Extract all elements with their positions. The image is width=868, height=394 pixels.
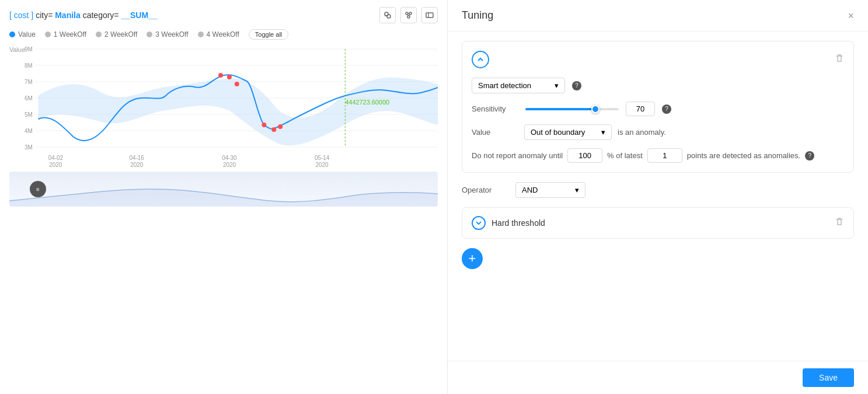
detection-type-help-icon[interactable]: ? xyxy=(572,81,581,90)
legend-dot-value xyxy=(9,32,15,37)
out-of-boundary-dropdown[interactable]: Out of boundary ▾ xyxy=(524,124,612,140)
delete-hard-threshold-button[interactable] xyxy=(835,217,844,229)
svg-text:9M: 9M xyxy=(25,46,33,53)
legend-3weekoff: 3 WeekOff xyxy=(147,30,188,39)
tuning-body: Smart detection ▾ ? Sensitivity ? Value xyxy=(448,32,868,361)
chart-icon-1[interactable] xyxy=(379,7,396,23)
title-cat-value: __SUM__ xyxy=(121,11,157,20)
trash-icon-2 xyxy=(835,217,844,226)
chart-area: [ cost ] city= Manila category= __SUM__ xyxy=(0,0,448,394)
hard-threshold-card: Hard threshold xyxy=(462,207,854,239)
toggle-all-button[interactable]: Toggle all xyxy=(249,29,288,40)
title-bracket: [ cost ] xyxy=(9,11,33,20)
minimap-icon: ≡ xyxy=(36,186,40,193)
slider-thumb[interactable] xyxy=(591,105,599,113)
anomaly-point-1 xyxy=(218,73,223,78)
svg-point-1 xyxy=(387,15,391,18)
add-icon: + xyxy=(469,251,476,266)
svg-text:04-30: 04-30 xyxy=(222,155,237,161)
operator-label: Operator xyxy=(462,186,508,194)
svg-text:5M: 5M xyxy=(25,111,33,118)
svg-text:8M: 8M xyxy=(25,62,33,69)
report-help-icon[interactable]: ? xyxy=(805,151,814,161)
chart-header: [ cost ] city= Manila category= __SUM__ xyxy=(0,0,447,26)
chevron-down-icon-3: ▾ xyxy=(575,186,579,194)
legend-dot-1weekoff xyxy=(45,32,51,37)
close-button[interactable]: × xyxy=(848,11,854,21)
legend-dot-4weekoff xyxy=(198,32,204,37)
report-percent-sign: % of latest xyxy=(607,151,643,160)
chart-icon-3[interactable] xyxy=(421,7,438,23)
chevron-down-icon-4 xyxy=(476,220,482,226)
legend-1weekoff-label: 1 WeekOff xyxy=(54,30,86,39)
chart-icon-2[interactable] xyxy=(400,7,417,23)
operator-dropdown[interactable]: AND ▾ xyxy=(515,182,585,198)
svg-text:4M: 4M xyxy=(25,128,33,134)
hard-threshold-header: Hard threshold xyxy=(472,216,844,230)
y-axis-label: Value xyxy=(9,46,25,53)
chevron-down-icon-2: ▾ xyxy=(601,128,605,137)
legend-dot-3weekoff xyxy=(147,32,152,37)
hard-threshold-left: Hard threshold xyxy=(472,216,545,230)
tuning-header: Tuning × xyxy=(448,0,868,32)
svg-text:6M: 6M xyxy=(25,95,33,102)
chart-svg: 9M 8M 7M 6M 5M 4M 3M 4442723.60000 04-02 xyxy=(9,43,438,172)
svg-text:2020: 2020 xyxy=(49,162,62,168)
chart-body: Value 9M 8M 7M 6M 5M 4M 3M xyxy=(0,43,447,172)
slider-track xyxy=(525,108,619,110)
detection-type-row: Smart detection ▾ ? xyxy=(472,78,844,93)
anomaly-point-2 xyxy=(227,75,232,79)
add-condition-button[interactable]: + xyxy=(462,248,483,269)
chevron-down-icon: ▾ xyxy=(555,81,559,90)
minimap-handle[interactable]: ≡ xyxy=(30,181,46,197)
sensitivity-input[interactable] xyxy=(626,102,655,116)
detection-type-value: Smart detection xyxy=(478,81,531,90)
chart-title: [ cost ] city= Manila category= __SUM__ xyxy=(9,11,158,20)
title-city-value: Manila xyxy=(55,11,81,20)
title-cat-label: category= xyxy=(83,11,119,20)
svg-text:05-14: 05-14 xyxy=(315,155,330,161)
svg-text:2020: 2020 xyxy=(316,162,329,168)
legend-2weekoff: 2 WeekOff xyxy=(96,30,137,39)
tuning-footer: Save xyxy=(448,361,868,394)
legend-4weekoff-label: 4 WeekOff xyxy=(207,30,239,39)
anomaly-point-3 xyxy=(235,82,239,86)
chart-legend: Value 1 WeekOff 2 WeekOff 3 WeekOff 4 We… xyxy=(0,26,447,43)
svg-text:2020: 2020 xyxy=(223,162,236,168)
report-points-input[interactable] xyxy=(647,148,682,163)
legend-2weekoff-label: 2 WeekOff xyxy=(104,30,137,39)
svg-text:7M: 7M xyxy=(25,79,33,85)
card-header-row xyxy=(472,51,844,68)
legend-3weekoff-label: 3 WeekOff xyxy=(155,30,188,39)
tuning-title: Tuning xyxy=(462,9,493,22)
svg-text:04-02: 04-02 xyxy=(48,155,64,161)
expand-button[interactable] xyxy=(472,51,489,68)
report-text-after: points are detected as anomalies. xyxy=(687,151,800,160)
trash-icon xyxy=(835,54,844,63)
report-text-before: Do not report anomaly until xyxy=(472,151,563,160)
report-percentage-input[interactable] xyxy=(567,148,602,163)
hard-threshold-title: Hard threshold xyxy=(491,218,545,228)
chevron-up-icon xyxy=(477,56,484,63)
legend-dot-2weekoff xyxy=(96,32,102,37)
detection-type-dropdown[interactable]: Smart detection ▾ xyxy=(472,78,565,93)
hard-threshold-collapse-button[interactable] xyxy=(472,216,486,230)
legend-1weekoff: 1 WeekOff xyxy=(45,30,86,39)
anomaly-point-4 xyxy=(262,123,266,127)
minimap-svg xyxy=(9,172,438,207)
sensitivity-help-icon[interactable]: ? xyxy=(662,104,671,114)
sensitivity-row: Sensitivity ? xyxy=(472,102,844,116)
save-button[interactable]: Save xyxy=(803,368,854,387)
svg-text:2020: 2020 xyxy=(130,162,143,168)
value-anomaly-row: Value Out of boundary ▾ is an anomaly. xyxy=(472,124,844,140)
value-label: Value xyxy=(472,128,518,137)
report-anomaly-row: Do not report anomaly until % of latest … xyxy=(472,148,844,163)
sensitivity-slider[interactable] xyxy=(525,103,619,115)
anomaly-point-6 xyxy=(278,124,283,129)
delete-smart-detection-button[interactable] xyxy=(835,54,844,65)
out-of-boundary-value: Out of boundary xyxy=(531,128,585,137)
svg-rect-9 xyxy=(426,13,433,18)
chart-icons xyxy=(379,7,438,23)
smart-detection-card: Smart detection ▾ ? Sensitivity ? Value xyxy=(462,41,854,173)
svg-text:3M: 3M xyxy=(25,144,33,151)
